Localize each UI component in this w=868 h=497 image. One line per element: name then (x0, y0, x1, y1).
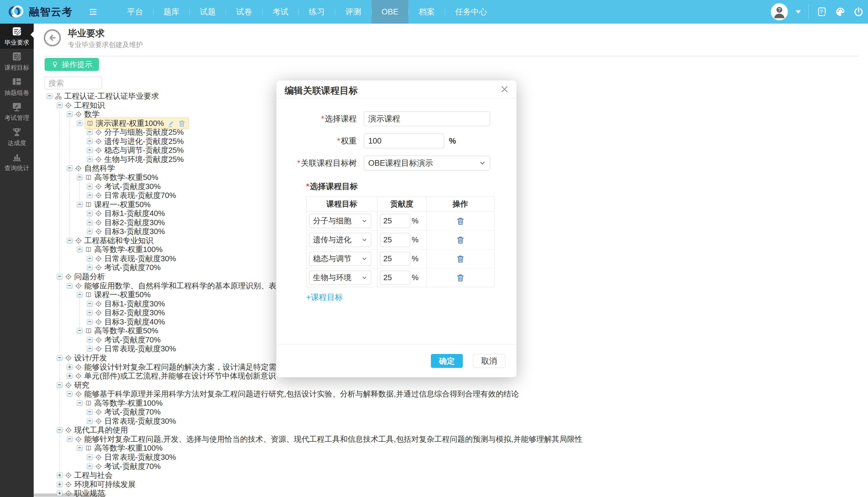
add-goal-link[interactable]: +课程目标 (306, 292, 343, 302)
cancel-button[interactable]: 取消 (473, 354, 506, 368)
tree-node[interactable]: 自然科学 (75, 164, 115, 173)
tree-node[interactable]: 现代工具的使用 (65, 426, 128, 435)
goal-tree-select[interactable]: OBE课程目标演示 (364, 156, 490, 170)
tree-guide-line (69, 361, 70, 376)
actions-cell (426, 250, 494, 268)
edit-icon[interactable] (167, 119, 175, 127)
sidebar-item-达成度[interactable]: 达成度 (0, 124, 34, 149)
tree-row: +单元(部件)或工艺流程,并能够在设计环节中体现创新意识 (67, 371, 276, 381)
trash-icon[interactable] (456, 236, 465, 244)
tree-node[interactable]: 课程一-权重50% (85, 290, 151, 299)
power-icon[interactable] (853, 6, 864, 17)
tree-node[interactable]: 职业规范 (65, 489, 105, 497)
tree-node[interactable]: 目标3-贡献度40% (95, 317, 165, 327)
sidebar-item-抽题组卷[interactable]: 抽题组卷 (0, 74, 34, 99)
goal-select-value: 生物与环境 (313, 272, 351, 283)
tree-node[interactable]: 课程一-权重50% (85, 200, 151, 209)
nav-item-题库[interactable]: 题库 (153, 0, 189, 24)
tree-node[interactable]: 能够基于科学原理并采用科学方法对复杂工程问题进行研究,包括设计实验、分析与解释数… (75, 389, 519, 399)
tree-node[interactable]: 问题分析 (65, 272, 105, 281)
nav-item-试卷[interactable]: 试卷 (226, 0, 262, 24)
sidebar-item-课程目标[interactable]: 课程目标 (0, 49, 34, 74)
tree-node[interactable]: 遗传与进化-贡献度25% (95, 137, 184, 146)
tree-node[interactable]: 工程与社会 (65, 471, 113, 480)
contribution-input[interactable] (380, 214, 410, 228)
tree-node[interactable]: 高等数学-权重100% (85, 399, 162, 408)
tree-node[interactable]: 考试-贡献度70% (95, 408, 161, 417)
tree-node[interactable]: 考试-贡献度70% (95, 263, 161, 272)
tree-node[interactable]: 高等数学-权重50% (85, 326, 158, 335)
target-icon (75, 436, 82, 443)
tree-node[interactable]: 目标1-贡献度40% (95, 209, 165, 218)
tree-node[interactable]: 高等数学-权重100% (85, 245, 162, 254)
tree-node[interactable]: 生物与环境-贡献度25% (95, 155, 184, 164)
tree-node[interactable]: 高等数学-权重50% (85, 173, 158, 182)
goal-table-row: 遗传与进化% (307, 230, 494, 250)
contribution-input[interactable] (380, 233, 410, 247)
chevron-down-icon[interactable] (796, 10, 801, 14)
tree-node[interactable]: 日常表现-贡献度70% (95, 191, 176, 200)
tree-node[interactable]: 日常表现-贡献度30% (95, 344, 176, 353)
tree-node[interactable]: 分子与细胞-贡献度25% (95, 128, 184, 137)
nav-item-考试[interactable]: 考试 (262, 0, 299, 24)
goal-select[interactable]: 稳态与调节 (309, 252, 371, 266)
sidebar-item-毕业要求[interactable]: 毕业要求 (0, 24, 34, 49)
nav-item-任务中心[interactable]: 任务中心 (445, 0, 497, 24)
tree-node[interactable]: 稳态与调节-贡献度25% (95, 146, 184, 155)
close-icon[interactable] (500, 85, 509, 94)
nav-item-评测[interactable]: 评测 (335, 0, 371, 24)
tree-node[interactable]: 考试-贡献度30% (95, 182, 161, 191)
tree-node[interactable]: 研究 (65, 381, 89, 390)
trash-icon[interactable] (456, 254, 465, 263)
nav-item-练习[interactable]: 练习 (299, 0, 335, 24)
tree-node[interactable]: 考试-贡献度70% (95, 462, 161, 471)
tree-node[interactable]: 高等数学-权重100% (85, 443, 162, 453)
tree-node[interactable]: 目标1-贡献度30% (95, 299, 165, 309)
tree-node[interactable]: 设计/开发 (65, 353, 107, 363)
weight-input[interactable] (364, 133, 444, 148)
palette-icon[interactable] (835, 6, 845, 17)
confirm-button[interactable]: 确定 (431, 354, 463, 368)
tree-guide-line (89, 253, 90, 268)
contribution-input[interactable] (380, 271, 410, 285)
trash-icon[interactable] (456, 273, 465, 282)
tree-node[interactable]: 工程知识 (65, 101, 105, 110)
tree-node[interactable]: 能够设计针对复杂工程问题的解决方案，设计满足特定需求的系统 (75, 363, 307, 372)
trash-icon[interactable] (178, 119, 186, 127)
tree-guide-line (69, 388, 70, 394)
topbar-divider (809, 4, 809, 19)
tree-node[interactable]: 工程基础和专业知识 (75, 236, 153, 245)
tree-guide-stub (72, 367, 75, 367)
tree-node[interactable]: 工程认证-工程认证毕业要求 (55, 91, 159, 101)
nav-item-平台[interactable]: 平台 (117, 0, 153, 24)
collapse-node-icon[interactable]: − (47, 94, 52, 99)
tree-node[interactable]: 目标3-贡献度30% (95, 227, 165, 236)
goal-select[interactable]: 遗传与进化 (309, 233, 371, 247)
tree-row: −分子与细胞-贡献度25% (87, 128, 184, 137)
sidebar-item-查询统计[interactable]: 查询统计 (0, 149, 34, 174)
contribution-input[interactable] (380, 252, 410, 266)
trash-icon[interactable] (456, 217, 465, 225)
nav-item-档案[interactable]: 档案 (409, 0, 445, 24)
tree-node[interactable]: 考试-贡献度70% (95, 335, 161, 344)
goal-select[interactable]: 生物与环境 (309, 271, 371, 285)
tree-node[interactable]: 环境和可持续发展 (65, 480, 136, 489)
tree-node[interactable]: 单元(部件)或工艺流程,并能够在设计环节中体现创新意识 (75, 371, 276, 381)
help-icon[interactable]: ? (816, 6, 827, 17)
nav-item-OBE[interactable]: OBE (371, 0, 409, 24)
tree-row: −高等数学-权重50% (77, 326, 158, 335)
tree-node[interactable]: 目标2-贡献度30% (95, 308, 165, 317)
tree-node[interactable]: 日常表现-贡献度30% (95, 453, 176, 462)
tree-node[interactable]: 日常表现-贡献度30% (95, 254, 176, 263)
avatar[interactable]: ? (771, 3, 788, 20)
tree-row: −考试-贡献度30% (87, 182, 161, 191)
target-icon (65, 481, 72, 488)
nav-item-试题[interactable]: 试题 (190, 0, 226, 24)
goal-select[interactable]: 分子与细胞 (309, 214, 371, 228)
tree-node[interactable]: 目标2-贡献度30% (95, 218, 165, 227)
course-input[interactable] (364, 111, 490, 126)
collapse-menu-icon[interactable] (89, 8, 98, 16)
tree-node[interactable]: 能够针对复杂工程问题,开发、选择与使用恰当的技术、资源、现代工程工具和信息技术工… (75, 435, 583, 444)
tree-node[interactable]: 日常表现-贡献度30% (95, 417, 176, 426)
sidebar-item-考试管理[interactable]: 考试管理 (0, 99, 34, 124)
